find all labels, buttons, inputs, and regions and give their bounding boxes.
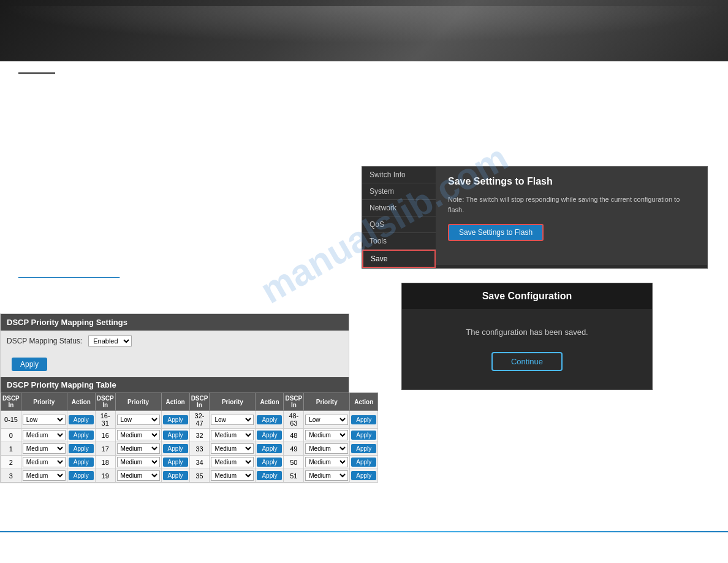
apply-button[interactable]: Apply bbox=[351, 444, 376, 453]
priority-select[interactable]: LowMediumHighHighest bbox=[211, 430, 254, 440]
apply-button[interactable]: Apply bbox=[163, 471, 188, 480]
dscp-value: 48-63 bbox=[284, 411, 304, 429]
apply-button[interactable]: Apply bbox=[257, 471, 282, 480]
continue-button[interactable]: Continue bbox=[491, 352, 563, 371]
apply-button[interactable]: Apply bbox=[257, 431, 282, 440]
priority-select[interactable]: LowMediumHighHighest bbox=[211, 415, 254, 425]
table-row: 0LowMediumHighHighestApply16LowMediumHig… bbox=[1, 429, 378, 442]
sidebar-item-network[interactable]: Network bbox=[362, 200, 436, 216]
sidebar-item-system[interactable]: System bbox=[362, 183, 436, 200]
priority-cell: LowMediumHighHighest bbox=[115, 456, 161, 469]
priority-select[interactable]: LowMediumHighHighest bbox=[23, 470, 66, 481]
col-priority-3: Priority bbox=[210, 393, 256, 411]
action-cell: Apply bbox=[67, 411, 95, 429]
priority-cell: LowMediumHighHighest bbox=[210, 456, 256, 469]
dscp-value: 51 bbox=[284, 469, 304, 483]
apply-button[interactable]: Apply bbox=[69, 444, 94, 453]
dscp-apply-button[interactable]: Apply bbox=[12, 358, 47, 371]
apply-button[interactable]: Apply bbox=[69, 471, 94, 480]
dscp-value: 17 bbox=[95, 442, 115, 456]
apply-button[interactable]: Apply bbox=[351, 431, 376, 440]
priority-cell: LowMediumHighHighest bbox=[21, 429, 67, 442]
sidebar-item-qos[interactable]: QoS bbox=[362, 216, 436, 233]
apply-button[interactable]: Apply bbox=[163, 415, 188, 424]
link-reference[interactable]: ___________________________ bbox=[18, 270, 119, 278]
col-dscp-in-2: DSCPIn bbox=[95, 393, 115, 411]
col-priority-1: Priority bbox=[21, 393, 67, 411]
priority-select[interactable]: LowMediumHighHighest bbox=[23, 443, 66, 454]
save-settings-title: Save Settings to Flash bbox=[448, 176, 695, 187]
priority-select[interactable]: LowMediumHighHighest bbox=[211, 470, 254, 481]
apply-button[interactable]: Apply bbox=[163, 431, 188, 440]
col-dscp-in-4: DSCPIn bbox=[284, 393, 304, 411]
apply-button[interactable]: Apply bbox=[257, 458, 282, 467]
apply-button[interactable]: Apply bbox=[163, 458, 188, 467]
priority-select[interactable]: LowMediumHighHighest bbox=[23, 415, 66, 425]
action-cell: Apply bbox=[161, 456, 189, 469]
save-config-body: The configuration has been saved. Contin… bbox=[402, 309, 652, 389]
dscp-status-select[interactable]: Enabled Disabled bbox=[88, 335, 132, 347]
apply-button[interactable]: Apply bbox=[257, 415, 282, 424]
main-content: manualslib.com _________________________… bbox=[0, 80, 728, 510]
priority-select[interactable]: LowMediumHighHighest bbox=[305, 470, 348, 481]
priority-select[interactable]: LowMediumHighHighest bbox=[305, 430, 348, 440]
priority-select[interactable]: LowMediumHighHighest bbox=[117, 430, 160, 440]
action-cell: Apply bbox=[256, 442, 284, 456]
apply-button[interactable]: Apply bbox=[69, 431, 94, 440]
priority-select[interactable]: LowMediumHighHighest bbox=[117, 415, 160, 425]
priority-cell: LowMediumHighHighest bbox=[304, 429, 350, 442]
dscp-value: 2 bbox=[1, 456, 21, 469]
save-to-flash-button[interactable]: Save Settings to Flash bbox=[448, 224, 544, 241]
save-config-title-text: Save Configuration bbox=[414, 291, 640, 302]
table-row: 0-15LowMediumHighHighestApply16-31LowMed… bbox=[1, 411, 378, 429]
priority-cell: LowMediumHighHighest bbox=[304, 456, 350, 469]
dscp-apply-row: Apply bbox=[1, 351, 349, 377]
dscp-value: 16 bbox=[95, 429, 115, 442]
priority-select[interactable]: LowMediumHighHighest bbox=[23, 457, 66, 467]
dscp-value: 3 bbox=[1, 469, 21, 483]
save-settings-section: Switch Info System Network QoS Tools Sav… bbox=[362, 166, 708, 269]
dscp-value: 34 bbox=[189, 456, 210, 469]
action-cell: Apply bbox=[161, 411, 189, 429]
action-cell: Apply bbox=[67, 442, 95, 456]
priority-select[interactable]: LowMediumHighHighest bbox=[23, 430, 66, 440]
apply-button[interactable]: Apply bbox=[351, 458, 376, 467]
col-priority-2: Priority bbox=[115, 393, 161, 411]
dscp-value: 48 bbox=[284, 429, 304, 442]
header-banner bbox=[0, 0, 728, 61]
apply-button[interactable]: Apply bbox=[257, 444, 282, 453]
priority-select[interactable]: LowMediumHighHighest bbox=[211, 443, 254, 454]
priority-cell: LowMediumHighHighest bbox=[115, 411, 161, 429]
priority-select[interactable]: LowMediumHighHighest bbox=[305, 457, 348, 467]
apply-button[interactable]: Apply bbox=[69, 458, 94, 467]
dscp-value: 1 bbox=[1, 442, 21, 456]
priority-select[interactable]: LowMediumHighHighest bbox=[117, 443, 160, 454]
priority-cell: LowMediumHighHighest bbox=[21, 456, 67, 469]
sidebar-item-switch-info[interactable]: Switch Info bbox=[362, 167, 436, 183]
action-cell: Apply bbox=[256, 411, 284, 429]
footer-divider bbox=[0, 531, 728, 532]
col-dscp-in-1: DSCPIn bbox=[1, 393, 21, 411]
dscp-table-title: DSCP Priority Mapping Table bbox=[1, 377, 349, 393]
apply-button[interactable]: Apply bbox=[69, 415, 94, 424]
dscp-value: 35 bbox=[189, 469, 210, 483]
priority-select[interactable]: LowMediumHighHighest bbox=[305, 443, 348, 454]
priority-cell: LowMediumHighHighest bbox=[115, 442, 161, 456]
dscp-panel: DSCP Priority Mapping Settings DSCP Mapp… bbox=[0, 313, 349, 483]
save-config-title-bar: Save Configuration bbox=[402, 283, 652, 309]
priority-select[interactable]: LowMediumHighHighest bbox=[117, 470, 160, 481]
table-row: 2LowMediumHighHighestApply18LowMediumHig… bbox=[1, 456, 378, 469]
priority-select[interactable]: LowMediumHighHighest bbox=[117, 457, 160, 467]
apply-button[interactable]: Apply bbox=[351, 471, 376, 480]
priority-select[interactable]: LowMediumHighHighest bbox=[305, 415, 348, 425]
save-config-dialog: Save Configuration The configuration has… bbox=[401, 283, 653, 390]
dscp-status-row: DSCP Mapping Status: Enabled Disabled bbox=[1, 331, 349, 351]
save-settings-content: Save Settings to Flash Note: The switch … bbox=[436, 167, 707, 265]
priority-select[interactable]: LowMediumHighHighest bbox=[211, 457, 254, 467]
sidebar-item-save[interactable]: Save bbox=[362, 250, 436, 268]
dscp-value: 33 bbox=[189, 442, 210, 456]
apply-button[interactable]: Apply bbox=[163, 444, 188, 453]
apply-button[interactable]: Apply bbox=[351, 415, 376, 424]
save-settings-nav: Switch Info System Network QoS Tools Sav… bbox=[362, 167, 436, 268]
sidebar-item-tools[interactable]: Tools bbox=[362, 233, 436, 250]
